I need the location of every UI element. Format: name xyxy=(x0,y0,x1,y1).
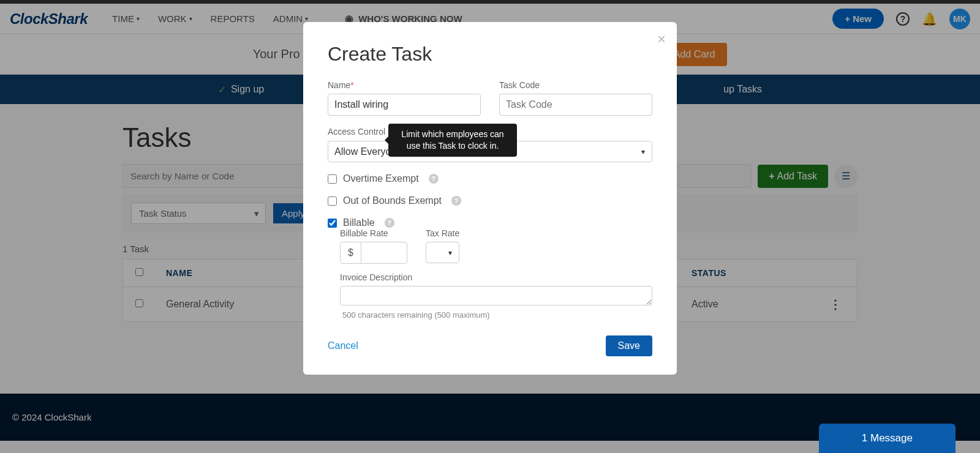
oob-exempt-checkbox[interactable] xyxy=(328,197,337,206)
access-control-tooltip: Limit which employees can use this Task … xyxy=(388,124,517,157)
billable-rate-input[interactable] xyxy=(361,242,398,263)
task-code-input[interactable] xyxy=(499,94,652,116)
create-task-modal: × Create Task Name* Task Code Access Con… xyxy=(303,22,677,375)
invoice-desc-label: Invoice Description xyxy=(340,272,652,282)
billable-rate-input-wrap: $ xyxy=(340,242,407,264)
invoice-desc-input[interactable] xyxy=(340,286,652,305)
billable-label: Billable xyxy=(343,217,375,228)
cancel-button[interactable]: Cancel xyxy=(328,340,358,351)
currency-prefix: $ xyxy=(341,242,361,263)
close-icon[interactable]: × xyxy=(657,31,666,48)
tax-rate-select[interactable] xyxy=(426,242,459,263)
name-label: Name* xyxy=(328,80,481,90)
modal-title: Create Task xyxy=(328,43,652,66)
name-input[interactable] xyxy=(328,94,481,116)
task-code-label: Task Code xyxy=(499,80,652,90)
overtime-exempt-label: Overtime Exempt xyxy=(343,173,419,184)
help-icon[interactable]: ? xyxy=(385,218,394,228)
billable-checkbox[interactable] xyxy=(328,219,337,228)
messages-badge[interactable]: 1 Message xyxy=(819,424,956,453)
overtime-exempt-checkbox[interactable] xyxy=(328,174,337,184)
oob-exempt-label: Out of Bounds Exempt xyxy=(343,195,442,206)
tax-rate-label: Tax Rate xyxy=(426,228,459,238)
save-button[interactable]: Save xyxy=(606,335,652,356)
char-hint: 500 characters remaining (500 maximum) xyxy=(342,310,652,320)
help-icon[interactable]: ? xyxy=(451,196,461,206)
billable-rate-label: Billable Rate xyxy=(340,228,407,238)
help-icon[interactable]: ? xyxy=(429,174,439,184)
